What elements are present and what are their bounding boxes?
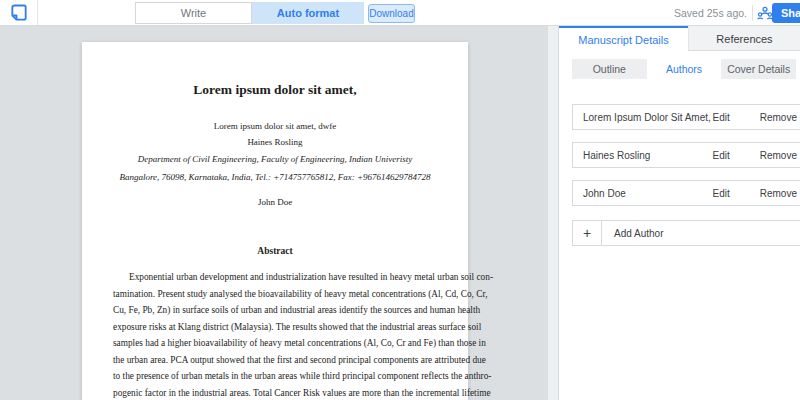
add-author-label: Add Author — [602, 228, 663, 239]
app-logo-document-icon[interactable] — [9, 3, 29, 23]
document-scrollbar-track[interactable] — [548, 26, 558, 400]
abstract-line: Exponential urban development and indust… — [113, 269, 437, 286]
edit-author-button[interactable]: Edit — [713, 188, 730, 199]
manuscript-author-2: Haines Rosling — [82, 137, 468, 147]
toolbar-right-divider — [752, 5, 753, 21]
author-name: Lorem Ipsum Dolor Sit Amet, Dwfe* — [573, 112, 713, 123]
add-author-button[interactable]: + Add Author — [572, 220, 800, 246]
abstract-line: the urban area. PCA output showed that t… — [113, 352, 437, 369]
abstract-line: Cu, Fe, Pb, Zn) in surface soils of urba… — [113, 302, 437, 319]
manuscript-page: Lorem ipsum dolor sit amet, Lorem ipsum … — [82, 42, 468, 400]
document-preview-area[interactable]: Lorem ipsum dolor sit amet, Lorem ipsum … — [0, 26, 558, 400]
remove-author-button[interactable]: Remove — [760, 112, 797, 123]
download-button[interactable]: Download — [368, 4, 415, 23]
author-row: Lorem Ipsum Dolor Sit Amet, Dwfe* Edit R… — [572, 104, 800, 130]
abstract-heading: Abstract — [82, 246, 468, 256]
edit-author-button[interactable]: Edit — [713, 150, 730, 161]
manuscript-author-3: John Doe — [82, 197, 468, 207]
edit-author-button[interactable]: Edit — [713, 112, 730, 123]
manuscript-details-panel: Manuscript Details References Outline Au… — [558, 25, 800, 400]
remove-author-button[interactable]: Remove — [760, 188, 797, 199]
abstract-paragraph: Exponential urban development and indust… — [82, 269, 468, 400]
top-toolbar: Write Auto format Download Saved 25s ago… — [0, 0, 800, 26]
manuscript-author-line: Lorem ipsum dolor sit amet, dwfe — [82, 121, 468, 131]
author-name: John Doe — [573, 188, 713, 199]
author-row: John Doe Edit Remove — [572, 180, 800, 206]
tab-manuscript-details[interactable]: Manuscript Details — [559, 25, 688, 51]
toolbar-divider — [37, 0, 38, 25]
panel-tab-bar: Manuscript Details References — [559, 25, 800, 51]
abstract-line: to the presence of urban metals in the u… — [113, 368, 437, 385]
panel-subtab-bar: Outline Authors Cover Details — [572, 59, 796, 79]
manuscript-affiliation-1: Department of Civil Engineering, Faculty… — [82, 154, 468, 164]
subtab-authors[interactable]: Authors — [647, 59, 722, 79]
remove-author-button[interactable]: Remove — [760, 150, 797, 161]
tab-references[interactable]: References — [688, 25, 800, 51]
saved-status: Saved 25s ago. — [674, 7, 747, 19]
manuscript-affiliation-2: Bangalore, 76098, Karnataka, India, Tel.… — [82, 172, 468, 182]
author-row: Haines Rosling Edit Remove — [572, 142, 800, 168]
abstract-line: exposure risks at Klang district (Malays… — [113, 319, 437, 336]
manuscript-title: Lorem ipsum dolor sit amet, — [82, 82, 468, 98]
plus-icon: + — [573, 221, 602, 245]
subtab-outline[interactable]: Outline — [572, 59, 647, 79]
abstract-line: pogenic factor in the industrial areas. … — [113, 385, 437, 400]
write-button[interactable]: Write — [135, 2, 252, 24]
share-button[interactable]: Share — [772, 3, 800, 23]
author-name: Haines Rosling — [573, 150, 713, 161]
subtab-cover-details[interactable]: Cover Details — [721, 59, 796, 79]
main-area: Lorem ipsum dolor sit amet, Lorem ipsum … — [0, 26, 800, 400]
abstract-line: tamination. Present study analysed the b… — [113, 286, 437, 303]
authors-list: Lorem Ipsum Dolor Sit Amet, Dwfe* Edit R… — [572, 104, 800, 246]
auto-format-button[interactable]: Auto format — [252, 2, 364, 24]
abstract-line: samples had a higher bioavailability of … — [113, 335, 437, 352]
